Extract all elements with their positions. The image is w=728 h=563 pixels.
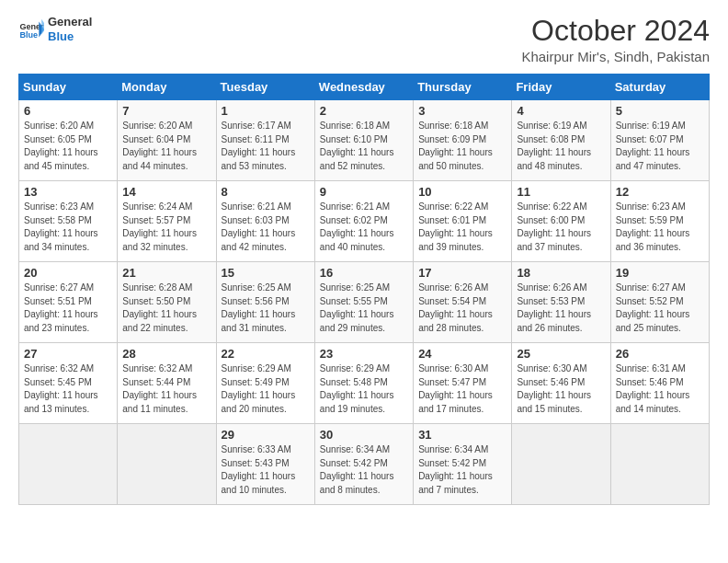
header-monday: Monday bbox=[118, 75, 216, 100]
table-row: 15Sunrise: 6:25 AMSunset: 5:56 PMDayligh… bbox=[216, 262, 314, 343]
day-info: Sunrise: 6:25 AMSunset: 5:55 PMDaylight:… bbox=[320, 282, 408, 335]
day-info: Sunrise: 6:28 AMSunset: 5:50 PMDaylight:… bbox=[122, 282, 210, 335]
day-number: 19 bbox=[616, 266, 704, 280]
calendar-row: 6Sunrise: 6:20 AMSunset: 6:05 PMDaylight… bbox=[19, 100, 710, 181]
day-info: Sunrise: 6:32 AMSunset: 5:45 PMDaylight:… bbox=[24, 362, 112, 416]
table-row: 28Sunrise: 6:32 AMSunset: 5:44 PMDayligh… bbox=[118, 343, 216, 424]
table-row: 26Sunrise: 6:31 AMSunset: 5:46 PMDayligh… bbox=[610, 343, 709, 424]
day-number: 13 bbox=[24, 185, 112, 199]
title-block: October 2024 Khairpur Mir's, Sindh, Paki… bbox=[521, 15, 710, 64]
table-row: 3Sunrise: 6:18 AMSunset: 6:09 PMDaylight… bbox=[414, 100, 512, 181]
day-number: 22 bbox=[222, 347, 310, 361]
table-row: 1Sunrise: 6:17 AMSunset: 6:11 PMDaylight… bbox=[216, 100, 314, 181]
table-row: 20Sunrise: 6:27 AMSunset: 5:51 PMDayligh… bbox=[19, 262, 118, 343]
table-row bbox=[118, 424, 216, 505]
day-number: 4 bbox=[517, 104, 605, 118]
table-row: 8Sunrise: 6:21 AMSunset: 6:03 PMDaylight… bbox=[216, 181, 314, 262]
table-row: 19Sunrise: 6:27 AMSunset: 5:52 PMDayligh… bbox=[610, 262, 709, 343]
table-row: 9Sunrise: 6:21 AMSunset: 6:02 PMDaylight… bbox=[314, 181, 413, 262]
day-info: Sunrise: 6:26 AMSunset: 5:54 PMDaylight:… bbox=[418, 282, 506, 335]
table-row: 5Sunrise: 6:19 AMSunset: 6:07 PMDaylight… bbox=[610, 100, 709, 181]
day-info: Sunrise: 6:30 AMSunset: 5:46 PMDaylight:… bbox=[517, 362, 605, 416]
day-info: Sunrise: 6:17 AMSunset: 6:11 PMDaylight:… bbox=[222, 120, 310, 173]
day-number: 9 bbox=[320, 185, 408, 199]
day-number: 20 bbox=[24, 266, 112, 280]
day-info: Sunrise: 6:32 AMSunset: 5:44 PMDaylight:… bbox=[122, 362, 210, 416]
day-number: 25 bbox=[517, 347, 605, 361]
day-number: 12 bbox=[616, 185, 704, 199]
header-friday: Friday bbox=[512, 75, 610, 100]
day-info: Sunrise: 6:34 AMSunset: 5:42 PMDaylight:… bbox=[320, 443, 408, 497]
table-row: 4Sunrise: 6:19 AMSunset: 6:08 PMDaylight… bbox=[512, 100, 610, 181]
calendar-row: 13Sunrise: 6:23 AMSunset: 5:58 PMDayligh… bbox=[19, 181, 710, 262]
day-number: 31 bbox=[418, 428, 506, 442]
day-number: 6 bbox=[24, 104, 112, 118]
table-row bbox=[19, 424, 118, 505]
day-number: 23 bbox=[320, 347, 408, 361]
day-info: Sunrise: 6:24 AMSunset: 5:57 PMDaylight:… bbox=[122, 201, 210, 254]
day-info: Sunrise: 6:21 AMSunset: 6:03 PMDaylight:… bbox=[222, 201, 310, 254]
table-row: 24Sunrise: 6:30 AMSunset: 5:47 PMDayligh… bbox=[414, 343, 512, 424]
table-row: 11Sunrise: 6:22 AMSunset: 6:00 PMDayligh… bbox=[512, 181, 610, 262]
day-number: 10 bbox=[418, 185, 506, 199]
day-number: 30 bbox=[320, 428, 408, 442]
day-number: 7 bbox=[122, 104, 210, 118]
calendar-row: 20Sunrise: 6:27 AMSunset: 5:51 PMDayligh… bbox=[19, 262, 710, 343]
table-row: 25Sunrise: 6:30 AMSunset: 5:46 PMDayligh… bbox=[512, 343, 610, 424]
day-number: 17 bbox=[418, 266, 506, 280]
table-row: 18Sunrise: 6:26 AMSunset: 5:53 PMDayligh… bbox=[512, 262, 610, 343]
logo-general: General bbox=[48, 15, 92, 29]
table-row: 14Sunrise: 6:24 AMSunset: 5:57 PMDayligh… bbox=[118, 181, 216, 262]
header-wednesday: Wednesday bbox=[314, 75, 413, 100]
day-number: 8 bbox=[222, 185, 310, 199]
table-row: 6Sunrise: 6:20 AMSunset: 6:05 PMDaylight… bbox=[19, 100, 118, 181]
month-title: October 2024 bbox=[521, 15, 710, 47]
day-number: 26 bbox=[616, 347, 704, 361]
logo: General Blue General Blue bbox=[18, 15, 92, 43]
day-info: Sunrise: 6:19 AMSunset: 6:08 PMDaylight:… bbox=[517, 120, 605, 173]
day-number: 15 bbox=[222, 266, 310, 280]
day-info: Sunrise: 6:20 AMSunset: 6:05 PMDaylight:… bbox=[24, 120, 112, 173]
table-row: 7Sunrise: 6:20 AMSunset: 6:04 PMDaylight… bbox=[118, 100, 216, 181]
table-row: 21Sunrise: 6:28 AMSunset: 5:50 PMDayligh… bbox=[118, 262, 216, 343]
calendar-table: Sunday Monday Tuesday Wednesday Thursday… bbox=[18, 74, 710, 505]
day-info: Sunrise: 6:18 AMSunset: 6:09 PMDaylight:… bbox=[418, 120, 506, 173]
location-title: Khairpur Mir's, Sindh, Pakistan bbox=[521, 49, 710, 64]
table-row: 27Sunrise: 6:32 AMSunset: 5:45 PMDayligh… bbox=[19, 343, 118, 424]
page: General Blue General Blue October 2024 K… bbox=[0, 0, 728, 563]
day-info: Sunrise: 6:20 AMSunset: 6:04 PMDaylight:… bbox=[122, 120, 210, 173]
day-number: 27 bbox=[24, 347, 112, 361]
logo-icon: General Blue bbox=[18, 17, 44, 42]
header-thursday: Thursday bbox=[414, 75, 512, 100]
calendar-row: 27Sunrise: 6:32 AMSunset: 5:45 PMDayligh… bbox=[19, 343, 710, 424]
day-info: Sunrise: 6:29 AMSunset: 5:49 PMDaylight:… bbox=[222, 362, 310, 416]
weekday-header-row: Sunday Monday Tuesday Wednesday Thursday… bbox=[19, 75, 710, 100]
day-info: Sunrise: 6:33 AMSunset: 5:43 PMDaylight:… bbox=[222, 443, 310, 497]
day-info: Sunrise: 6:19 AMSunset: 6:07 PMDaylight:… bbox=[616, 120, 704, 173]
table-row: 16Sunrise: 6:25 AMSunset: 5:55 PMDayligh… bbox=[314, 262, 413, 343]
day-number: 14 bbox=[122, 185, 210, 199]
day-number: 24 bbox=[418, 347, 506, 361]
day-info: Sunrise: 6:26 AMSunset: 5:53 PMDaylight:… bbox=[517, 282, 605, 335]
day-info: Sunrise: 6:30 AMSunset: 5:47 PMDaylight:… bbox=[418, 362, 506, 416]
day-number: 16 bbox=[320, 266, 408, 280]
day-number: 3 bbox=[418, 104, 506, 118]
day-info: Sunrise: 6:18 AMSunset: 6:10 PMDaylight:… bbox=[320, 120, 408, 173]
day-number: 1 bbox=[222, 104, 310, 118]
day-info: Sunrise: 6:23 AMSunset: 5:59 PMDaylight:… bbox=[616, 201, 704, 254]
day-info: Sunrise: 6:27 AMSunset: 5:51 PMDaylight:… bbox=[24, 282, 112, 335]
table-row: 2Sunrise: 6:18 AMSunset: 6:10 PMDaylight… bbox=[314, 100, 413, 181]
day-number: 18 bbox=[517, 266, 605, 280]
day-info: Sunrise: 6:23 AMSunset: 5:58 PMDaylight:… bbox=[24, 201, 112, 254]
day-info: Sunrise: 6:22 AMSunset: 6:01 PMDaylight:… bbox=[418, 201, 506, 254]
calendar-row: 29Sunrise: 6:33 AMSunset: 5:43 PMDayligh… bbox=[19, 424, 710, 505]
logo-blue: Blue bbox=[48, 29, 92, 44]
table-row: 30Sunrise: 6:34 AMSunset: 5:42 PMDayligh… bbox=[314, 424, 413, 505]
table-row: 23Sunrise: 6:29 AMSunset: 5:48 PMDayligh… bbox=[314, 343, 413, 424]
svg-text:Blue: Blue bbox=[19, 30, 38, 40]
table-row: 17Sunrise: 6:26 AMSunset: 5:54 PMDayligh… bbox=[414, 262, 512, 343]
table-row: 10Sunrise: 6:22 AMSunset: 6:01 PMDayligh… bbox=[414, 181, 512, 262]
table-row bbox=[512, 424, 610, 505]
day-info: Sunrise: 6:34 AMSunset: 5:42 PMDaylight:… bbox=[418, 443, 506, 497]
day-info: Sunrise: 6:21 AMSunset: 6:02 PMDaylight:… bbox=[320, 201, 408, 254]
